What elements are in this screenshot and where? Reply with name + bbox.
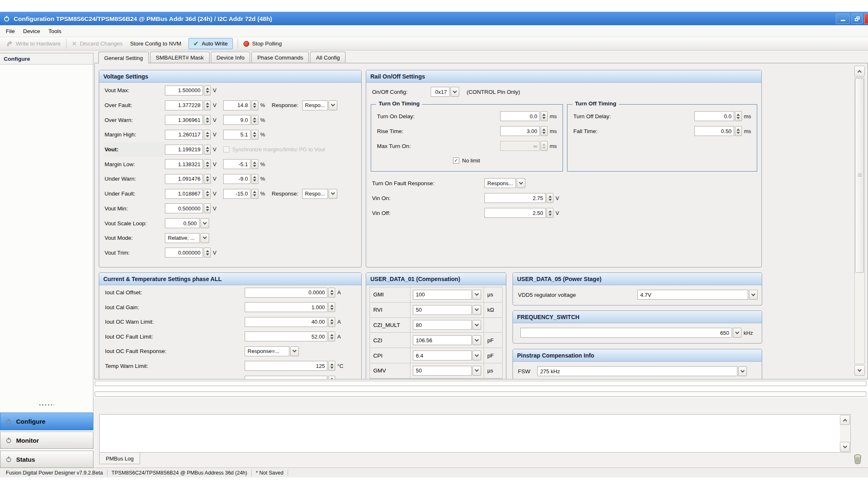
combo-arrow-button[interactable] [738, 366, 747, 376]
spin-input[interactable]: 1.306961 [165, 115, 203, 125]
spin-buttons[interactable] [328, 317, 335, 327]
spin-input[interactable]: 1.018867 [165, 189, 203, 199]
combo-arrow-button[interactable] [517, 178, 525, 188]
scroll-up-button[interactable] [854, 66, 865, 76]
spin-buttons[interactable] [204, 145, 211, 155]
spin-buttons[interactable] [204, 189, 211, 199]
spin-input[interactable]: 1.091476 [165, 174, 203, 184]
sync-checkbox[interactable]: Synchronize margins/limits/ PG to Vout [223, 146, 325, 153]
fault-response-combo[interactable]: Respons... [484, 178, 525, 188]
param-combo[interactable]: 50 [413, 366, 481, 376]
param-combo[interactable]: 6.4 [413, 351, 481, 360]
tab-phase-commands[interactable]: Phase Commands [251, 52, 309, 63]
spin-buttons[interactable] [204, 115, 211, 125]
scroll-up-button[interactable] [840, 415, 850, 425]
spin-buttons[interactable] [251, 100, 258, 110]
combo-arrow-button[interactable] [472, 366, 481, 376]
stop-polling-button[interactable]: Stop Polling [240, 37, 286, 50]
spin-input[interactable]: 1.260117 [165, 130, 203, 140]
discard-changes-button[interactable]: ✕ Discard Changes [68, 37, 126, 50]
spin-buttons[interactable] [328, 361, 335, 371]
nav-configure[interactable]: Configure [0, 413, 93, 430]
tab-general-setting[interactable]: General Setting [98, 52, 149, 64]
spin-buttons[interactable] [328, 376, 335, 379]
tab-all-config[interactable]: All Config [310, 52, 346, 63]
spin-buttons[interactable] [204, 86, 211, 95]
scroll-down-button[interactable] [840, 442, 850, 452]
spin-input[interactable]: 0.500000 [165, 203, 203, 213]
nav-monitor[interactable]: Monitor [0, 432, 93, 449]
spin-buttons[interactable] [204, 159, 211, 169]
spin-input[interactable]: -15.0 [223, 189, 250, 199]
spin-input[interactable]: 0.0000 [245, 288, 327, 298]
combo-arrow-button[interactable] [451, 87, 459, 97]
param-combo[interactable]: 50 [413, 305, 481, 315]
param-combo[interactable]: 80 [413, 320, 481, 330]
spin-input[interactable]: 3.00 [500, 126, 540, 136]
combo-arrow-button[interactable] [329, 189, 337, 199]
onoff-config-combo[interactable]: 0x17 [431, 87, 459, 97]
spin-buttons[interactable] [204, 130, 211, 140]
spin-input[interactable]: 0.50 [694, 126, 734, 136]
combo-arrow-button[interactable] [290, 346, 299, 356]
param-combo[interactable]: 100 [413, 290, 481, 300]
tab-smbalert-mask[interactable]: SMBALERT# Mask [150, 52, 210, 63]
pmbus-log-box[interactable] [99, 414, 851, 453]
menu-item-device[interactable]: Device [19, 25, 44, 37]
spin-input[interactable]: 1.000 [245, 302, 327, 312]
frequency-combo[interactable]: 650 [520, 328, 742, 338]
spin-buttons[interactable] [546, 193, 553, 203]
tab-device-info[interactable]: Device Info [211, 52, 250, 63]
spin-buttons[interactable] [546, 208, 553, 218]
scrollbar-track[interactable] [854, 77, 865, 364]
no-limit-checkbox[interactable]: ✓No limit [453, 157, 480, 164]
spin-input[interactable]: 1.377228 [165, 100, 203, 110]
spin-input[interactable]: 40.00 [245, 317, 327, 327]
store-config-nvm-button[interactable]: Store Config to NVM [126, 37, 185, 50]
sidebar-splitter-handle[interactable] [0, 403, 93, 406]
spin-buttons[interactable] [541, 111, 548, 121]
combo-arrow-button[interactable] [200, 218, 209, 228]
log-scrollbar[interactable] [840, 415, 850, 452]
spin-buttons[interactable] [251, 130, 258, 140]
spin-input[interactable]: 9.0 [223, 115, 250, 125]
spin-buttons[interactable] [328, 332, 335, 341]
fsw-combo[interactable]: 275 kHz [537, 366, 747, 376]
value-combo[interactable]: 0.500 [165, 218, 209, 228]
spin-buttons[interactable] [328, 302, 335, 312]
spin-buttons[interactable] [251, 159, 258, 169]
spin-buttons[interactable] [328, 288, 335, 298]
restore-button[interactable] [851, 14, 863, 24]
splitter-bar[interactable] [95, 391, 866, 397]
write-to-hardware-button[interactable]: Write to Hardware [2, 37, 64, 50]
tab-pmbus-log[interactable]: PMBus Log [99, 453, 140, 464]
spin-input[interactable]: 5.1 [223, 130, 250, 140]
spin-input[interactable]: 2.75 [484, 193, 546, 203]
close-button[interactable]: ✕ [864, 14, 868, 24]
checkbox-box[interactable]: ✓ [453, 157, 459, 164]
menu-item-file[interactable]: File [2, 25, 19, 37]
spin-buttons[interactable] [251, 189, 258, 199]
vdd5-combo[interactable]: 4.7V [637, 290, 758, 300]
combo-arrow-button[interactable] [200, 233, 209, 243]
vertical-scrollbar[interactable] [854, 66, 865, 376]
spin-buttons[interactable] [204, 174, 211, 184]
spin-input[interactable]: 0.0 [694, 111, 734, 121]
spin-buttons[interactable] [204, 100, 211, 110]
spin-input[interactable]: 1.138321 [165, 159, 203, 169]
spin-input[interactable]: 2.50 [484, 208, 546, 218]
checkbox-box[interactable] [223, 146, 229, 153]
menu-item-tools[interactable]: Tools [44, 25, 66, 37]
spin-input[interactable]: 0.000000 [165, 248, 203, 258]
spin-input[interactable]: 52.00 [245, 332, 327, 341]
spin-input[interactable]: 1.199219 [165, 145, 203, 155]
spin-buttons[interactable] [541, 141, 548, 151]
scroll-down-button[interactable] [854, 365, 865, 376]
combo-arrow-button[interactable] [472, 351, 481, 360]
spin-input[interactable]: ∞ [500, 141, 540, 151]
combo-arrow-button[interactable] [472, 290, 481, 300]
minimize-button[interactable] [836, 14, 850, 24]
combo-arrow-button[interactable] [472, 335, 481, 345]
scrollbar-thumb[interactable] [855, 78, 864, 273]
spin-buttons[interactable] [735, 111, 742, 121]
